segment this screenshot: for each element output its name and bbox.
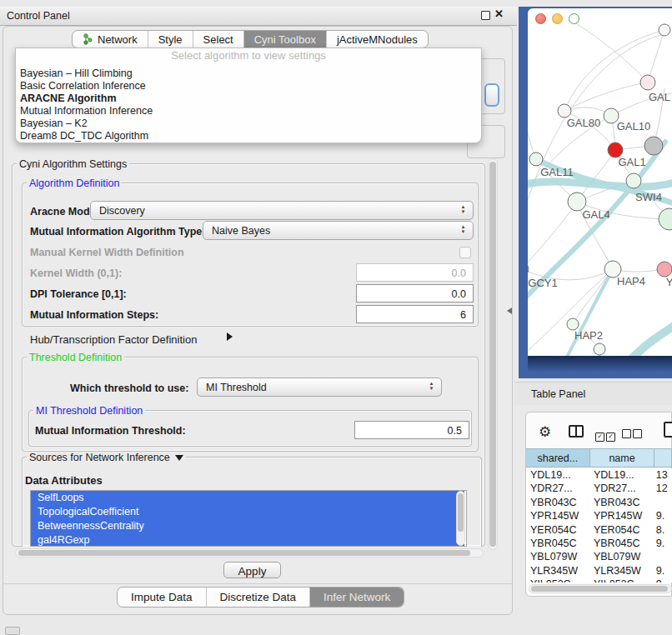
attribute-item[interactable]: TopologicalCoefficient [31, 505, 464, 519]
attribute-item[interactable]: SelfLoops [31, 491, 464, 505]
network-window-bottom-shadow [528, 356, 672, 372]
column-header-shared-name[interactable]: shared... [526, 449, 590, 467]
dropdown-item[interactable]: Basic Correlation Inference [19, 80, 478, 92]
table-row[interactable]: YLR345WYLR345W9. [526, 564, 672, 578]
columns-icon[interactable] [569, 425, 584, 438]
apply-button[interactable]: Apply [223, 562, 281, 578]
cyni-bottom-tabs: Impute Data Discretize Data Infer Networ… [117, 587, 404, 608]
network-node[interactable] [567, 318, 579, 330]
new-table-icon[interactable] [664, 422, 672, 438]
kernel-width-field[interactable]: 0.0 [356, 263, 474, 282]
tab-infer-network[interactable]: Infer Network [310, 588, 404, 607]
table-body: YDL19...YDL19...13YDR27...YDR27...12YBR0… [526, 468, 672, 582]
column-header-partial[interactable] [654, 449, 672, 467]
network-node-label: GAL10 [617, 120, 650, 132]
network-node-label: Y [666, 276, 672, 288]
table-cell: YDL19... [591, 468, 656, 482]
dpi-tolerance-field[interactable]: 0.0 [356, 284, 474, 302]
tab-jactivemnodules[interactable]: jActiveMNodules [327, 31, 428, 48]
settings-horizontal-scrollbar[interactable] [15, 548, 484, 558]
hub-section-label: Hub/Transcription Factor Definition [30, 333, 197, 346]
table-row[interactable]: YBL079WYBL079W [526, 550, 672, 563]
mi-type-value: Naive Bayes [212, 225, 270, 237]
minimized-panel-button[interactable] [5, 627, 20, 635]
minimize-traffic-light[interactable] [552, 13, 563, 24]
zoom-traffic-light[interactable] [569, 13, 579, 24]
mi-steps-field[interactable]: 6 [356, 305, 474, 323]
sources-collapse-icon[interactable] [175, 455, 183, 461]
tab-impute-data[interactable]: Impute Data [118, 588, 207, 607]
aracne-mode-select[interactable]: Discovery [90, 201, 474, 220]
mi-threshold-title: MI Threshold Definition [33, 405, 145, 417]
hub-expand-icon[interactable] [227, 332, 233, 341]
tab-cyni-toolbox[interactable]: Cyni Toolbox [244, 31, 327, 48]
table-row[interactable]: YBR045CYBR045C9. [526, 537, 672, 550]
panel-splitter-arrow[interactable] [507, 308, 512, 314]
table-row[interactable]: YBR043CYBR043C [526, 496, 672, 509]
network-node[interactable] [558, 104, 571, 118]
table-row[interactable]: YER054CYER054C8. [526, 523, 672, 537]
tab-discretize-data[interactable]: Discretize Data [207, 588, 311, 607]
network-node-label: GCY1 [528, 277, 557, 289]
dropdown-item[interactable]: Dream8 DC_TDC Algorithm [19, 130, 478, 142]
network-canvas[interactable]: GALGAL80GAL10GAL1SWI4GAL11GAL4HAP4YGCY1H… [528, 8, 672, 356]
dropdown-item[interactable]: Mutual Information Inference [19, 105, 478, 118]
tab-network[interactable]: Network [73, 31, 148, 48]
network-node[interactable] [644, 137, 663, 155]
table-row[interactable]: YIL052CYIL052C9. [526, 578, 672, 582]
network-node[interactable] [529, 152, 543, 166]
table-cell: 9. [656, 537, 672, 550]
dropdown-item[interactable]: Bayesian – K2 [19, 118, 478, 130]
table-cell: YDR27... [526, 482, 591, 495]
network-node[interactable] [659, 208, 672, 230]
table-row[interactable]: YPR145WYPR145W9. [526, 509, 672, 522]
checked-box-icon [595, 432, 604, 442]
focused-combo-fragment[interactable] [484, 83, 499, 107]
mi-steps-label: Mutual Information Steps: [30, 309, 158, 321]
close-icon[interactable] [494, 8, 506, 22]
table-cell: YLR345W [591, 564, 656, 578]
network-node[interactable] [594, 343, 605, 355]
panel-title: Control Panel [7, 10, 70, 22]
deselect-all-icon[interactable] [622, 427, 644, 442]
settings-vertical-scrollbar[interactable] [488, 158, 498, 550]
float-window-icon[interactable] [481, 11, 490, 20]
close-traffic-light[interactable] [535, 13, 546, 24]
table-cell: YDR27... [591, 482, 656, 495]
attribute-item[interactable]: BetweennessCentrality [31, 519, 464, 533]
table-row[interactable]: YDL19...YDL19...13 [526, 468, 672, 482]
mi-threshold-field[interactable]: 0.5 [354, 421, 469, 439]
attribute-item[interactable]: gal4RGexp [31, 533, 464, 547]
attributes-scrollbar[interactable] [456, 491, 465, 546]
manual-kernel-checkbox[interactable] [459, 247, 471, 258]
tab-select[interactable]: Select [193, 31, 244, 48]
table-horizontal-scrollbar[interactable] [529, 584, 672, 593]
select-all-icon[interactable] [595, 427, 617, 442]
sources-title: Sources for Network Inference [27, 452, 186, 463]
gear-icon[interactable] [539, 425, 551, 439]
network-node[interactable] [528, 262, 529, 276]
table-cell [656, 550, 672, 563]
table-row[interactable]: YDR27...YDR27...12 [526, 482, 672, 495]
algorithm-placeholder: Select algorithm to view settings [16, 49, 481, 62]
network-node[interactable] [640, 75, 655, 90]
network-node-label: SWI4 [635, 191, 662, 203]
table-cell: YBL079W [526, 550, 591, 563]
manual-kernel-label: Manual Kernel Width Definition [30, 247, 184, 258]
mi-type-select[interactable]: Naive Bayes [203, 221, 474, 240]
data-attributes-list: SelfLoops TopologicalCoefficient Between… [30, 490, 467, 547]
network-node[interactable] [657, 262, 672, 277]
table-cell: 12 [656, 482, 672, 495]
network-node[interactable] [626, 173, 641, 188]
tab-style[interactable]: Style [148, 31, 193, 48]
dropdown-item[interactable]: Bayesian – Hill Climbing [19, 68, 478, 80]
network-node-label: GAL11 [540, 166, 574, 178]
aracne-mode-value: Discovery [99, 205, 145, 217]
column-header-name[interactable]: name [590, 449, 655, 467]
dropdown-item-selected[interactable]: ARACNE Algorithm [19, 92, 478, 105]
sources-title-text: Sources for Network Inference [29, 452, 170, 463]
which-threshold-select[interactable]: MI Threshold [197, 378, 442, 397]
tab-label: Network [98, 33, 138, 46]
network-node-label: HAP4 [617, 275, 645, 288]
network-node[interactable] [659, 24, 670, 36]
